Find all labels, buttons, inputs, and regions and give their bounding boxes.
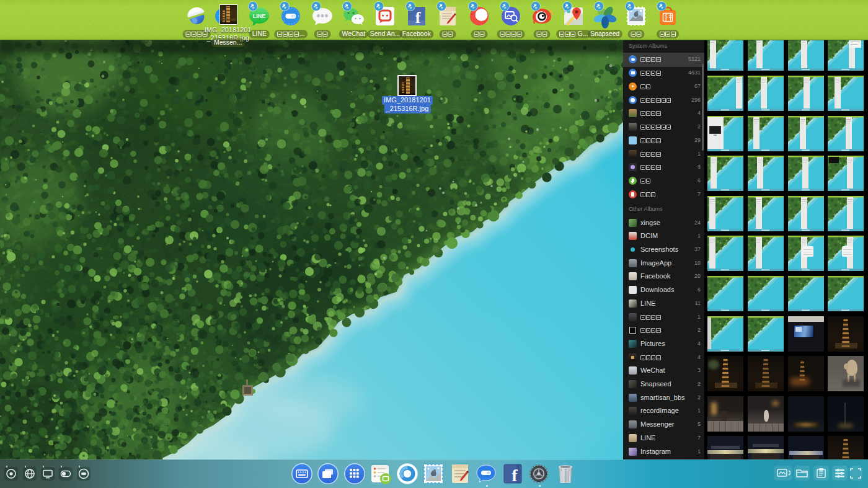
svg-text:LINE: LINE (253, 13, 266, 19)
svg-text:f: f (415, 9, 420, 27)
svg-text:f: f (512, 466, 518, 485)
